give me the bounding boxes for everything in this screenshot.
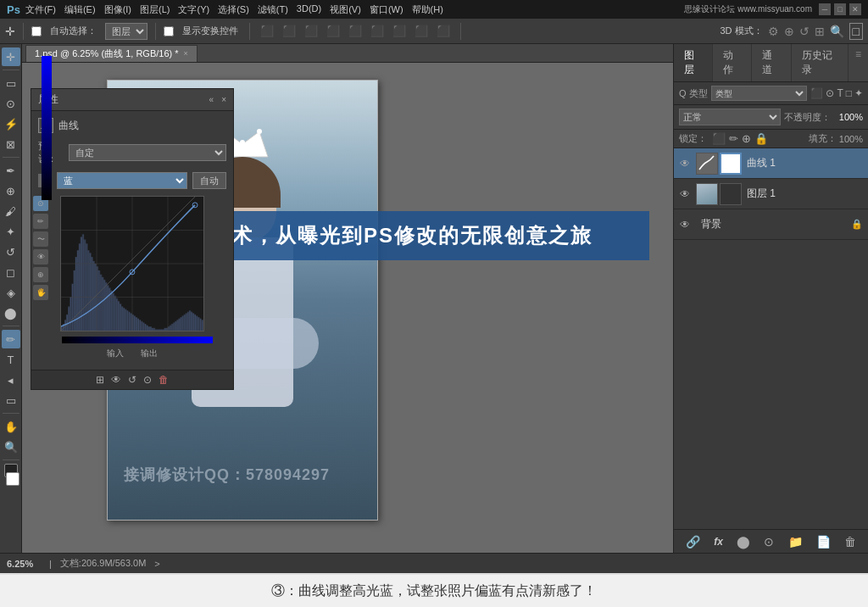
lock-all-icon[interactable]: 🔒: [754, 132, 768, 145]
workspace-icon[interactable]: □: [849, 23, 863, 40]
curves-delete-icon[interactable]: 🗑: [159, 374, 169, 386]
adjust-filter-icon[interactable]: ⊙: [826, 87, 834, 99]
quick-select-tool[interactable]: ⚡: [2, 114, 20, 133]
pen-tool[interactable]: ✏: [2, 330, 20, 348]
menu-file[interactable]: 文件(F): [25, 3, 56, 16]
background-color[interactable]: [6, 472, 19, 486]
history-brush-tool[interactable]: ↺: [2, 242, 20, 261]
tab-history[interactable]: 历史记录: [792, 44, 849, 81]
zoom-tool[interactable]: 🔍: [2, 437, 20, 456]
menu-3d[interactable]: 3D(D): [297, 3, 321, 16]
search-icon[interactable]: 🔍: [830, 25, 844, 38]
curve-eye-icon[interactable]: 👁: [33, 249, 48, 265]
lock-artboard-icon[interactable]: ⊕: [742, 132, 751, 145]
eraser-tool[interactable]: ◻: [2, 263, 20, 281]
align-center-h-icon[interactable]: ⬛: [280, 24, 298, 38]
gradient-tool[interactable]: ◈: [2, 283, 20, 302]
menu-window[interactable]: 窗口(W): [370, 3, 403, 16]
delete-layer-icon[interactable]: 🗑: [844, 535, 856, 549]
new-group-icon[interactable]: 📁: [788, 535, 803, 549]
hand-tool[interactable]: ✋: [2, 417, 20, 436]
channel-dropdown[interactable]: 蓝: [57, 172, 187, 189]
curves-svg[interactable]: [61, 197, 203, 331]
curve-hand-icon[interactable]: 🖐: [33, 285, 48, 300]
menu-layer[interactable]: 图层(L): [140, 3, 170, 16]
eyedropper-tool[interactable]: ✒: [2, 161, 20, 180]
panel-menu-button[interactable]: ≡: [849, 44, 868, 81]
3d-icon3[interactable]: ↺: [799, 25, 810, 38]
crop-tool[interactable]: ⊠: [2, 135, 20, 153]
auto-select-dropdown[interactable]: 图层: [105, 23, 147, 40]
status-arrow[interactable]: >: [154, 559, 159, 569]
layer-eye-background[interactable]: 👁: [679, 219, 691, 231]
curves-reset-icon[interactable]: ↺: [128, 374, 136, 386]
opacity-value[interactable]: 100%: [833, 112, 863, 122]
lock-position-icon[interactable]: ✏: [729, 132, 738, 145]
smart-filter-icon[interactable]: ✦: [854, 87, 863, 99]
win-minimize[interactable]: ─: [819, 3, 831, 15]
burn-tool[interactable]: ⬤: [2, 304, 20, 322]
layer-item-background[interactable]: 👁 背景 🔒: [674, 209, 868, 240]
align-top-icon[interactable]: ⬛: [324, 24, 342, 38]
adjustment-icon[interactable]: ⊙: [764, 535, 774, 549]
move-tool-icon[interactable]: ✛: [5, 25, 15, 38]
align-right-icon[interactable]: ⬛: [302, 24, 320, 38]
win-close[interactable]: ✕: [849, 3, 861, 15]
curve-target-icon[interactable]: ⊕: [33, 267, 48, 282]
move-tool[interactable]: ✛: [2, 47, 20, 66]
layer-item-layer1[interactable]: 👁 图层 1: [674, 179, 868, 209]
3d-icon4[interactable]: ⊞: [815, 25, 825, 38]
lock-pixel-icon[interactable]: ⬛: [712, 132, 726, 145]
fx-icon[interactable]: fx: [714, 536, 723, 548]
auto-button[interactable]: 自动: [192, 172, 226, 189]
layer-type-filter[interactable]: 类型: [711, 86, 808, 101]
auto-select-checkbox[interactable]: [31, 26, 42, 36]
properties-close[interactable]: ×: [221, 95, 226, 104]
tab-channels[interactable]: 通道: [752, 44, 791, 81]
new-layer-icon[interactable]: 📄: [816, 535, 831, 549]
3d-icon1[interactable]: ⚙: [768, 25, 779, 38]
properties-collapse[interactable]: «: [207, 95, 217, 104]
curves-eye-icon[interactable]: 👁: [111, 374, 121, 386]
link-layers-icon[interactable]: 🔗: [686, 535, 700, 549]
layer-item-curves1[interactable]: 👁 曲线 1: [674, 148, 868, 179]
align-left-icon[interactable]: ⬛: [258, 24, 276, 38]
distribute-icon3[interactable]: ⬛: [434, 24, 453, 38]
type-filter-icon[interactable]: T: [837, 87, 843, 99]
align-center-v-icon[interactable]: ⬛: [346, 24, 364, 38]
marquee-tool[interactable]: ▭: [2, 74, 20, 92]
menu-select[interactable]: 选择(S): [218, 3, 249, 16]
blend-mode-dropdown[interactable]: 正常: [679, 109, 781, 125]
menu-type[interactable]: 文字(Y): [178, 3, 209, 16]
curves-copy-icon[interactable]: ⊞: [96, 374, 104, 386]
type-tool[interactable]: T: [2, 350, 20, 369]
curve-smooth-tool[interactable]: 〜: [33, 231, 48, 247]
menu-image[interactable]: 图像(I): [104, 3, 131, 16]
lasso-tool[interactable]: ⊙: [2, 94, 20, 113]
menu-filter[interactable]: 滤镜(T): [258, 3, 288, 16]
add-mask-icon[interactable]: ⬤: [737, 535, 750, 549]
win-maximize[interactable]: □: [834, 3, 846, 15]
tab-layers[interactable]: 图层: [674, 44, 713, 81]
menu-help[interactable]: 帮助(H): [412, 3, 443, 16]
curves-graph[interactable]: [60, 196, 204, 331]
preset-dropdown[interactable]: 自定: [69, 144, 226, 161]
menu-view[interactable]: 视图(V): [330, 3, 361, 16]
shape-tool[interactable]: ▭: [2, 391, 20, 409]
align-bottom-icon[interactable]: ⬛: [368, 24, 387, 38]
transform-checkbox[interactable]: [164, 26, 174, 36]
3d-icon2[interactable]: ⊕: [784, 25, 794, 38]
pixel-filter-icon[interactable]: ⬛: [810, 87, 823, 99]
curve-draw-tool[interactable]: ✏: [33, 214, 48, 229]
brush-tool[interactable]: 🖌: [2, 202, 20, 220]
distribute-icon2[interactable]: ⬛: [412, 24, 431, 38]
stamp-tool[interactable]: ✦: [2, 222, 20, 241]
spot-heal-tool[interactable]: ⊕: [2, 181, 20, 200]
layer-eye-layer1[interactable]: 👁: [679, 188, 691, 200]
menu-edit[interactable]: 编辑(E): [64, 3, 96, 16]
canvas-content[interactable]: 解锁摄影艺术，从曝光到PS修改的无限创意之旅 接调修设计QQ：578094297…: [22, 63, 673, 553]
distribute-icon1[interactable]: ⬛: [390, 24, 409, 38]
fill-value[interactable]: 100%: [839, 134, 863, 144]
path-select-tool[interactable]: ◂: [2, 370, 20, 389]
layer-eye-curves1[interactable]: 👁: [679, 158, 691, 170]
